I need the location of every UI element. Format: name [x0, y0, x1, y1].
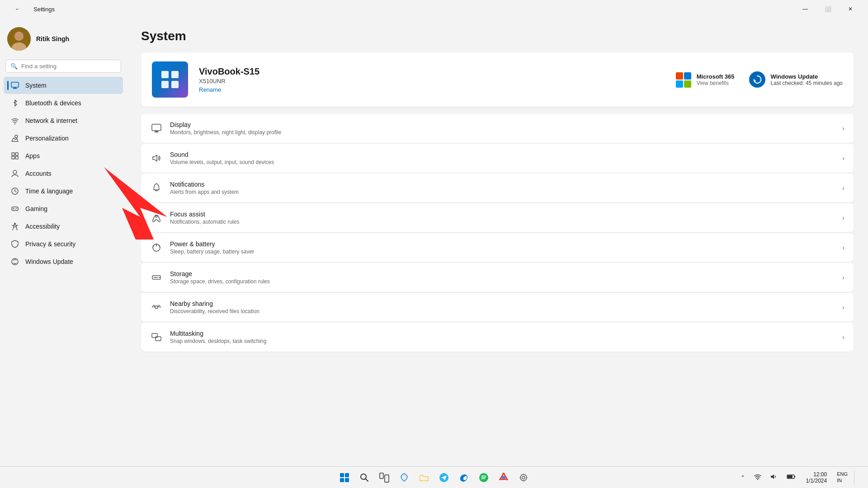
sound-desc: Volume levels, output, input, sound devi… [170, 159, 835, 165]
windows-update-info: Windows Update Last checked: 45 minutes … [749, 71, 843, 88]
power-name: Power & battery [170, 240, 835, 248]
setting-row-notifications[interactable]: Notifications Alerts from apps and syste… [141, 174, 854, 202]
update-icon [11, 258, 19, 266]
notifications-desc: Alerts from apps and system [170, 189, 835, 195]
svg-point-58 [757, 479, 758, 480]
setting-row-nearby[interactable]: Nearby sharing Discoverability, received… [141, 293, 854, 322]
search-box[interactable]: 🔍 [5, 60, 121, 73]
tray-volume[interactable] [768, 472, 780, 483]
focus-icon [150, 211, 163, 224]
taskbar-widgets[interactable] [395, 469, 413, 487]
focus-chevron: › [842, 214, 844, 221]
show-desktop[interactable] [854, 471, 861, 484]
tray-expand[interactable]: ⌃ [738, 473, 748, 483]
sidebar-label-accessibility: Accessibility [25, 223, 60, 230]
gaming-icon [11, 205, 19, 213]
display-text: Display Monitors, brightness, night ligh… [170, 121, 835, 136]
nav-list: System Bluetooth & devices Network & int… [0, 76, 127, 271]
taskbar-filemanager[interactable] [415, 469, 433, 487]
network-icon [11, 117, 19, 125]
display-chevron: › [842, 125, 844, 132]
svg-point-13 [13, 170, 17, 174]
setting-row-sound[interactable]: Sound Volume levels, output, input, soun… [141, 144, 854, 173]
notifications-icon [150, 182, 163, 194]
svg-point-56 [522, 476, 525, 479]
avatar-image [7, 27, 31, 51]
minimize-button[interactable]: — [795, 2, 816, 16]
setting-row-storage[interactable]: Storage Storage space, drives, configura… [141, 263, 854, 292]
svg-point-34 [156, 216, 157, 217]
tray-battery[interactable] [784, 472, 798, 483]
svg-rect-31 [154, 132, 159, 133]
tray-lang[interactable]: ENG IN [834, 469, 850, 485]
windows-update-sublabel: Last checked: 45 minutes ago [771, 80, 843, 86]
taskbar-right: ⌃ 12:00 1/1/2024 ENG IN [738, 469, 861, 486]
user-profile[interactable]: Ritik Singh [0, 22, 127, 58]
taskbar-spotify[interactable] [475, 469, 493, 487]
sidebar-label-system: System [25, 82, 47, 89]
sidebar-item-gaming[interactable]: Gaming [4, 200, 123, 217]
sidebar-item-bluetooth[interactable]: Bluetooth & devices [4, 94, 123, 112]
avatar [7, 27, 31, 51]
sidebar-item-accounts[interactable]: Accounts [4, 165, 123, 182]
setting-row-focus[interactable]: Focus assist Notifications, automatic ru… [141, 203, 854, 232]
time-icon [11, 187, 19, 195]
power-chevron: › [842, 244, 844, 251]
apps-icon [11, 152, 19, 160]
sidebar-item-update[interactable]: Windows Update [4, 253, 123, 270]
sidebar-item-apps[interactable]: Apps [4, 147, 123, 164]
setting-row-display[interactable]: Display Monitors, brightness, night ligh… [141, 114, 854, 143]
device-rename[interactable]: Rename [199, 86, 664, 93]
sidebar-label-accounts: Accounts [25, 170, 52, 177]
setting-row-multitasking[interactable]: Multitasking Snap windows, desktops, tas… [141, 323, 854, 352]
sidebar-item-accessibility[interactable]: Accessibility [4, 218, 123, 235]
multitasking-icon [150, 331, 163, 343]
sidebar-item-network[interactable]: Network & internet [4, 112, 123, 129]
sound-name: Sound [170, 151, 835, 158]
accounts-icon [11, 169, 19, 178]
svg-rect-25 [676, 72, 683, 80]
privacy-icon [11, 240, 19, 248]
taskbar-taskview[interactable] [375, 469, 393, 487]
taskbar-search[interactable] [355, 469, 373, 487]
accessibility-icon [11, 222, 19, 230]
sidebar-label-network: Network & internet [25, 117, 77, 124]
maximize-button[interactable]: ⬜ [817, 2, 838, 16]
clock-date: 1/1/2024 [806, 478, 827, 484]
svg-point-8 [15, 135, 18, 138]
taskbar-edge[interactable] [455, 469, 473, 487]
display-desc: Monitors, brightness, night light, displ… [170, 129, 835, 136]
sound-icon [150, 152, 163, 164]
clock[interactable]: 12:00 1/1/2024 [802, 469, 830, 486]
svg-rect-12 [15, 156, 18, 159]
device-card: VivoBook-S15 X510UNR Rename Mi [141, 52, 854, 107]
search-icon: 🔍 [10, 63, 18, 70]
windows-update-text: Windows Update Last checked: 45 minutes … [771, 73, 843, 86]
main-panel: System [127, 18, 868, 466]
taskbar-chrome[interactable] [495, 469, 513, 487]
back-button[interactable]: ← [7, 2, 28, 16]
sidebar-item-privacy[interactable]: Privacy & security [4, 235, 123, 253]
taskbar-telegram[interactable] [435, 469, 453, 487]
taskbar-settings[interactable] [514, 469, 533, 487]
ms365-sublabel[interactable]: View benefits [697, 80, 735, 86]
start-button[interactable] [335, 469, 354, 487]
search-input[interactable] [21, 63, 116, 70]
ms365-text: Microsoft 365 View benefits [697, 73, 735, 86]
sidebar-item-personalization[interactable]: Personalization [4, 130, 123, 147]
svg-rect-26 [684, 72, 691, 80]
personalization-icon [11, 134, 19, 142]
tray-wifi[interactable] [751, 472, 764, 483]
focus-text: Focus assist Notifications, automatic ru… [170, 211, 835, 225]
title-bar-left: ← Settings [7, 2, 55, 16]
setting-row-power[interactable]: Power & battery Sleep, battery usage, ba… [141, 233, 854, 262]
close-button[interactable]: ✕ [840, 2, 861, 16]
svg-rect-23 [161, 81, 169, 88]
power-text: Power & battery Sleep, battery usage, ba… [170, 240, 835, 255]
display-icon [150, 122, 163, 135]
sidebar-item-time[interactable]: Time & language [4, 183, 123, 200]
svg-rect-4 [11, 82, 19, 87]
nearby-desc: Discoverability, received files location [170, 308, 835, 314]
sidebar-item-system[interactable]: System [4, 77, 123, 94]
taskbar-center [335, 469, 533, 487]
